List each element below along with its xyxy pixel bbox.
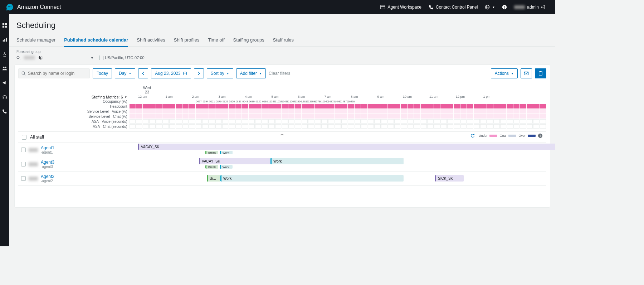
occupancy-row: ----------542753945521587657225800583766… [130, 99, 547, 104]
schedule-panel: Today Day▼ Aug 23, 2023 Sort by▼ Add fil… [14, 64, 550, 208]
phone-nav-icon[interactable] [2, 109, 7, 114]
legend: Under Goal Over i [470, 133, 543, 138]
ccp-link[interactable]: Contact Control Panel [425, 5, 481, 10]
agent-rows: Agent1-agent1VACAY_SKBreakWorkAgent3-age… [18, 143, 546, 186]
today-button[interactable]: Today [93, 68, 112, 78]
clipboard-button[interactable] [535, 68, 546, 78]
info-icon[interactable]: i [538, 133, 543, 138]
users-icon[interactable] [2, 66, 7, 71]
metric-label: Headcount [18, 104, 127, 109]
schedule-bar[interactable]: Work [220, 175, 404, 182]
metric-label: ASA - Voice (seconds) [18, 119, 127, 124]
agent-name[interactable]: Agent2 [41, 174, 54, 179]
clear-filters-link[interactable]: Clear filters [269, 71, 291, 76]
left-nav [0, 14, 9, 246]
svg-line-20 [19, 58, 20, 59]
svg-point-1 [9, 6, 10, 7]
forecast-group-picker[interactable]: -fg ▾ [23, 54, 94, 61]
signout-icon [541, 5, 546, 10]
staffing-metrics-toggle[interactable]: Staffing Metrics: 6▼ [18, 95, 127, 99]
headset-icon[interactable] [2, 95, 7, 100]
brand-name: Amazon Connect [17, 4, 61, 10]
tab-time-off[interactable]: Time off [208, 34, 224, 47]
schedule-bar[interactable]: Work [220, 151, 233, 154]
announce-icon[interactable] [2, 80, 7, 85]
agent-checkbox[interactable] [21, 162, 26, 166]
agent-lane: VACAY_SKBreakWork [138, 143, 546, 157]
next-button[interactable] [194, 68, 204, 78]
schedule-bar[interactable]: Br... [207, 175, 220, 182]
sl-chat-row [130, 114, 547, 119]
mail-button[interactable] [521, 68, 532, 78]
sort-by-button[interactable]: Sort by▼ [207, 68, 233, 78]
date-header: Wed 23 [138, 86, 156, 94]
view-picker[interactable]: Day▼ [115, 68, 135, 78]
schedule-bar[interactable]: Break [205, 151, 218, 154]
agent-login: -agent1 [41, 150, 54, 154]
tab-schedule-manager[interactable]: Schedule manager [16, 34, 55, 47]
svg-point-0 [8, 6, 9, 7]
schedule-bar[interactable]: VACAY_SK [199, 158, 270, 164]
agent-row: Agent3-agent3VACAY_SKWorkBreakWork [18, 157, 546, 172]
topbar: Amazon Connect Agent Workspace Contact C… [0, 0, 555, 14]
actions-button[interactable]: Actions▼ [491, 68, 518, 78]
hour-label: 4 am [235, 95, 262, 98]
collapse-toggle[interactable]: ︿ [280, 131, 284, 137]
hour-label: 3 am [209, 95, 235, 98]
tab-shift-profiles[interactable]: Shift profiles [174, 34, 200, 47]
dashboard-icon[interactable] [2, 23, 7, 28]
locale-menu[interactable]: ▼ [481, 5, 498, 10]
user-menu[interactable]: admin [511, 5, 550, 10]
staff-header: All staff ︿ Under Goal Over i [18, 131, 546, 143]
svg-rect-15 [4, 39, 5, 42]
hour-label: 12 am [130, 95, 156, 98]
svg-rect-26 [539, 72, 542, 76]
connect-logo-icon [6, 3, 14, 11]
prev-button[interactable] [138, 68, 148, 78]
schedule-bar[interactable]: Work [270, 158, 404, 164]
agent-checkbox[interactable] [21, 176, 26, 181]
page-title: Scheduling [9, 14, 555, 34]
chevron-right-icon [197, 72, 201, 75]
routing-icon[interactable] [2, 52, 7, 57]
search-input[interactable] [18, 68, 90, 78]
svg-point-2 [11, 6, 11, 7]
svg-rect-13 [5, 26, 7, 28]
tab-staffing-groups[interactable]: Staffing groups [233, 34, 264, 47]
agent-name[interactable]: Agent1 [41, 145, 54, 150]
metrics-icon[interactable] [2, 37, 7, 42]
date-picker[interactable]: Aug 23, 2023 [151, 68, 191, 78]
help-link[interactable]: ? [498, 5, 511, 10]
svg-point-18 [5, 67, 6, 68]
clipboard-icon [538, 71, 543, 76]
sl-voice-row [130, 109, 547, 114]
forecast-group-label: Forecast group [16, 50, 548, 54]
tab-staff-rules[interactable]: Staff rules [273, 34, 294, 47]
schedule-bar[interactable]: Work [220, 165, 233, 169]
svg-rect-10 [3, 23, 4, 25]
svg-point-19 [17, 56, 19, 59]
tab-shift-activities[interactable]: Shift activities [137, 34, 165, 47]
chevron-down-icon: ▾ [91, 56, 93, 60]
svg-text:i: i [540, 134, 541, 138]
select-all-checkbox[interactable] [22, 135, 26, 140]
add-filter-button[interactable]: Add filter▼ [236, 68, 266, 78]
svg-line-22 [24, 74, 25, 75]
globe-icon [485, 5, 490, 10]
search-icon [21, 71, 26, 76]
headcount-row [130, 104, 547, 109]
tabs: Schedule managerPublished schedule calen… [9, 34, 555, 47]
tab-published-calendar[interactable]: Published schedule calendar [64, 34, 128, 47]
search-icon [16, 56, 20, 60]
schedule-bar[interactable]: VACAY_SK [138, 144, 555, 150]
refresh-icon[interactable] [470, 133, 475, 138]
agent-workspace-link[interactable]: Agent Workspace [377, 5, 425, 10]
agent-checkbox[interactable] [21, 148, 26, 152]
hour-label: 2 am [182, 95, 209, 98]
hour-label: 8 am [341, 95, 368, 98]
metric-label: ASA - Chat (seconds) [18, 124, 127, 129]
schedule-bar[interactable]: SICK_SK [435, 175, 464, 182]
hour-label: 11 am [421, 95, 447, 98]
agent-name[interactable]: Agent3 [41, 160, 54, 165]
schedule-bar[interactable]: Break [205, 165, 218, 169]
